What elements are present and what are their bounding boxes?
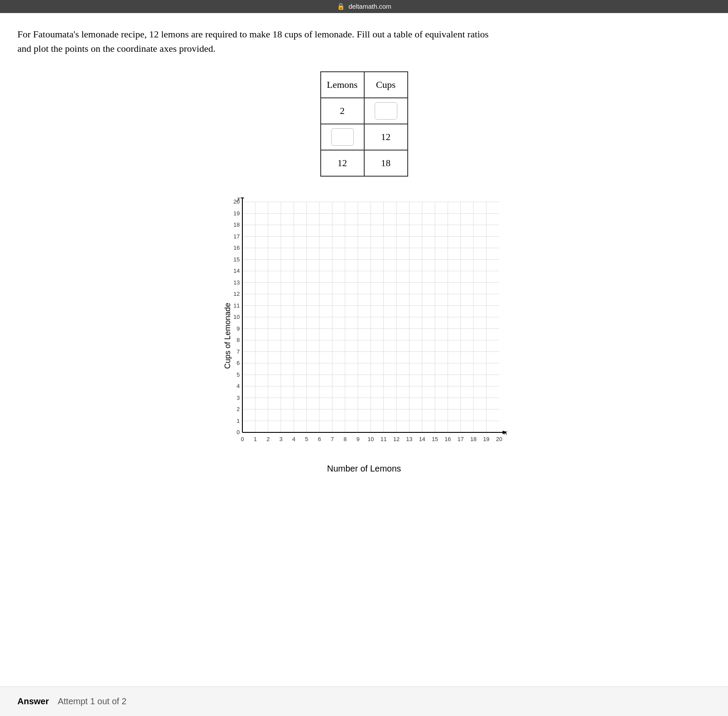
svg-text:1: 1 [253,436,256,442]
svg-text:18: 18 [470,436,476,442]
svg-text:8: 8 [236,337,239,343]
answer-label: Answer [17,696,49,706]
svg-text:5: 5 [305,436,308,442]
table-row-1: 2 [321,98,408,124]
svg-text:4: 4 [236,383,239,389]
top-bar: 🔒 deltamath.com [0,0,728,13]
cell-cups-2: 12 [364,124,408,150]
svg-text:x: x [503,428,507,436]
svg-text:17: 17 [233,233,239,240]
cell-cups-3: 18 [364,150,408,176]
svg-text:6: 6 [318,436,321,442]
cell-lemons-1: 2 [321,98,364,124]
chart-container: Cups of Lemonade [221,197,508,474]
svg-text:3: 3 [279,436,282,442]
ratio-table: Lemons Cups 2 12 12 [320,71,408,177]
svg-text:16: 16 [233,244,239,251]
svg-marker-42 [241,197,244,198]
cell-cups-1[interactable] [364,98,408,124]
svg-text:12: 12 [233,291,239,297]
chart-area: Cups of Lemonade [17,197,711,474]
svg-text:13: 13 [233,279,239,286]
svg-text:0: 0 [236,429,239,435]
svg-text:6: 6 [236,360,239,366]
svg-text:9: 9 [236,325,239,332]
cups-input-1[interactable] [375,102,397,120]
svg-text:7: 7 [236,348,239,355]
table-row-2: 12 [321,124,408,150]
svg-text:20: 20 [496,436,502,442]
svg-text:14: 14 [233,268,239,274]
problem-text: For Fatoumata's lemonade recipe, 12 lemo… [17,27,496,56]
svg-text:5: 5 [236,371,239,378]
svg-text:4: 4 [292,436,295,442]
main-content: For Fatoumata's lemonade recipe, 12 lemo… [0,13,728,474]
col-header-lemons: Lemons [321,72,364,98]
svg-text:0: 0 [241,436,244,442]
svg-text:11: 11 [380,436,386,442]
coordinate-chart[interactable]: y 0 1 2 3 4 5 6 7 8 9 10 11 1 [221,197,508,458]
svg-text:13: 13 [406,436,412,442]
svg-text:20: 20 [233,198,239,205]
svg-text:18: 18 [233,221,239,228]
svg-text:10: 10 [233,314,239,320]
cell-lemons-3: 12 [321,150,364,176]
svg-text:7: 7 [330,436,333,442]
svg-text:1: 1 [236,418,239,424]
site-url: deltamath.com [349,3,391,10]
y-axis-label: Cups of Lemonade [223,302,232,368]
svg-text:17: 17 [457,436,463,442]
svg-text:8: 8 [343,436,346,442]
table-wrapper: Lemons Cups 2 12 12 [17,71,711,177]
x-axis-label: Number of Lemons [221,464,508,474]
svg-text:12: 12 [393,436,399,442]
col-header-cups: Cups [364,72,408,98]
svg-text:14: 14 [419,436,425,442]
svg-text:11: 11 [233,302,239,309]
svg-text:19: 19 [233,210,239,217]
table-row-3: 12 18 [321,150,408,176]
lemons-input-2[interactable] [331,128,354,146]
svg-text:10: 10 [367,436,373,442]
svg-text:19: 19 [483,436,489,442]
svg-text:3: 3 [236,395,239,401]
svg-text:2: 2 [236,406,239,412]
attempt-text: Attempt 1 out of 2 [58,696,127,706]
svg-text:15: 15 [233,256,239,263]
svg-text:16: 16 [444,436,450,442]
answer-bar: Answer Attempt 1 out of 2 [0,686,728,716]
lock-icon: 🔒 [337,3,345,10]
svg-text:15: 15 [432,436,438,442]
svg-text:2: 2 [266,436,269,442]
cell-lemons-2[interactable] [321,124,364,150]
svg-text:9: 9 [356,436,359,442]
